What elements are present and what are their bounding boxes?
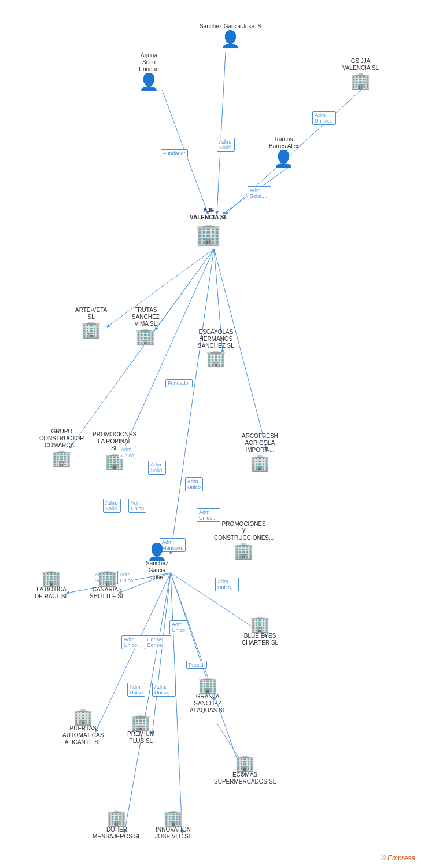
person-icon-arjona: 👤 — [139, 74, 159, 90]
badge-adm-unico-prom[interactable]: Adm.Unico,... — [215, 578, 239, 591]
building-icon-puertas: 🏢 — [73, 709, 93, 725]
badge-fundador-1[interactable]: Fundador — [161, 149, 188, 157]
node-aje-valencia-sl[interactable]: AJEVALENCIA SL 🏢 — [190, 207, 228, 247]
badge-adm-unico-premium2[interactable]: Adm.Unico,... — [152, 683, 176, 697]
svg-line-5 — [155, 249, 214, 330]
badge-adm-solid-ramos[interactable]: Adm.Solid..... — [248, 186, 271, 200]
svg-line-19 — [171, 573, 243, 775]
node-canarias-shuttle[interactable]: 🏢 CANARIASSHUTTLE SL — [90, 570, 125, 601]
svg-line-15 — [152, 573, 171, 735]
building-icon-innovation: 🏢 — [163, 810, 183, 826]
node-puertas-automaticas[interactable]: 🏢 PUERTASAUTOMATICASALICANTE SL — [62, 709, 104, 747]
building-icon-canarias: 🏢 — [97, 570, 117, 586]
svg-line-17 — [124, 573, 171, 833]
badge-adm-unico-pplus[interactable]: Adm.Unico — [169, 620, 187, 634]
building-icon-botica: 🏢 — [41, 570, 61, 586]
node-doher[interactable]: 🏢 DOHERMENSAJEROS SL — [93, 810, 141, 841]
node-escayolas[interactable]: ESCAYOLASHERMANOSSANCHEZ SL 🏢 — [198, 329, 234, 367]
building-icon-grupo: 🏢 — [51, 450, 72, 466]
person-icon-ramos: 👤 — [274, 151, 294, 167]
badge-adm-solid-1[interactable]: Adm.Solid. — [217, 138, 235, 152]
node-gs-jja-valencia-sl[interactable]: GS JJAVALENCIA SL 🏢 — [342, 58, 379, 89]
node-arjona-seco-enrique[interactable]: ArjonaSecoEnrique 👤 — [139, 52, 159, 90]
badge-adm-unico-arc[interactable]: Adm.Unico,... — [197, 508, 220, 522]
person-icon: 👤 — [220, 31, 241, 47]
node-premium-plus[interactable]: 🏢 PREMIUMPLUS SL — [127, 715, 154, 746]
badge-adm-unico-gs[interactable]: Adm.Unico,... — [312, 111, 336, 125]
badge-adm-unico-3[interactable]: Adm.Unico — [128, 499, 146, 513]
building-icon-escayolas: 🏢 — [206, 351, 226, 367]
building-icon-prom-const: 🏢 — [234, 543, 254, 559]
svg-line-18 — [171, 573, 182, 833]
badge-adm-solid-2[interactable]: Adm.Solid. — [148, 461, 166, 475]
node-sanchez-garcia-jose-person[interactable]: 👤 SanchezGarciaJose — [146, 544, 168, 582]
node-arte-veta-sl[interactable]: ARTE-VETASL 🏢 — [75, 307, 107, 338]
node-blue-eyes-charter[interactable]: 🏢 BLUE EYESCHARTER SL — [242, 616, 278, 648]
badge-consej[interactable]: Consej..Consej.... — [145, 635, 171, 649]
building-icon-blue-eyes: 🏢 — [250, 616, 270, 632]
building-icon-premium: 🏢 — [131, 715, 151, 731]
building-icon-gs: 🏢 — [350, 73, 371, 89]
svg-line-0 — [217, 52, 226, 214]
node-sanchez-garcia-jose-s[interactable]: Sanchez Garcia Jose. S 👤 — [200, 23, 261, 47]
badge-adm-unico-blue[interactable]: Adm.Unico,... — [121, 635, 145, 649]
badge-adm-unico-2[interactable]: Adm.Unico — [185, 477, 203, 491]
person-icon-sgj: 👤 — [147, 544, 167, 560]
badge-adm-unico-ropinal[interactable]: Adm.Unico — [119, 446, 136, 459]
building-icon-arte-veta: 🏢 — [81, 322, 101, 338]
badge-presid[interactable]: Presid. — [186, 661, 207, 669]
node-arcofresh[interactable]: ARCOFRESHAGRICOLAIMPORT-... 🏢 — [242, 433, 278, 471]
building-icon-ecomas: 🏢 — [235, 755, 255, 771]
node-promociones-construcciones[interactable]: PROMOCIONESYCONSTRUCCIONES... 🏢 — [214, 521, 274, 559]
node-granja-sanchez[interactable]: 🏢 GRANJASANCHEZALAQUAS SL — [190, 677, 226, 715]
node-innovation[interactable]: 🏢 INNOVATIONJOSE VLC SL — [155, 810, 191, 841]
building-icon-aje: 🏢 — [195, 222, 221, 247]
watermark: © Empresa — [381, 854, 415, 862]
badge-adm-unico-premium1[interactable]: Adm.Unico — [127, 683, 145, 697]
node-ramos-barres-alex[interactable]: RamosBarres Alex 👤 — [269, 136, 298, 167]
node-frutas-sanchez-vima-sl[interactable]: FRUTASSANCHEZVIMA SL 🏢 — [132, 307, 160, 345]
building-icon-granja: 🏢 — [198, 677, 218, 693]
node-grupo-constructor[interactable]: GRUPOCONSTRUCTORCOMARCA... 🏢 — [39, 428, 84, 466]
building-icon-frutas: 🏢 — [135, 329, 156, 345]
building-icon-doher: 🏢 — [106, 810, 127, 826]
svg-line-4 — [107, 249, 214, 327]
building-icon-arcofresh: 🏢 — [250, 455, 270, 471]
badge-adm-solid-3[interactable]: Adm.Solid. — [103, 499, 121, 513]
badge-fundador-2[interactable]: Fundador — [165, 379, 193, 387]
node-la-botica[interactable]: 🏢 LA BOTICADE RAUL SL — [35, 570, 68, 601]
node-ecomas[interactable]: 🏢 ECOMASSUPERMERCADOS SL — [214, 755, 276, 786]
svg-line-7 — [69, 249, 214, 448]
